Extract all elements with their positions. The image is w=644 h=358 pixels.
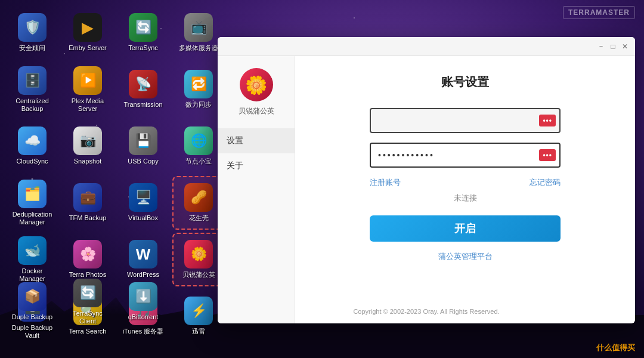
app-icon-plex[interactable]: ▶️ Plex Media Server	[61, 63, 114, 116]
app-icon-centralized[interactable]: 🗄️ Centralized Backup	[6, 63, 58, 116]
weili-label: 微力同步	[185, 101, 212, 109]
emby-label: Emby Server	[69, 44, 107, 52]
sidebar-item-settings[interactable]: 设置	[218, 128, 295, 153]
app-window: － □ ✕ 🌼 贝锐蒲公英 设置 关于 账号设置 •••	[218, 37, 635, 323]
terraphotos-icon: 🌸	[73, 240, 102, 268]
plex-icon: ▶️	[73, 66, 102, 95]
app-icon-cloudsync[interactable]: ☁️ CloudSync	[6, 119, 58, 173]
centralized-icon: 🗄️	[18, 66, 47, 95]
username-input[interactable]	[370, 108, 561, 133]
app-icon-snapshot[interactable]: 📷 Snapshot	[61, 119, 114, 173]
beiruipu-label: 贝锐蒲公英	[182, 271, 215, 279]
window-titlebar: － □ ✕	[218, 37, 635, 56]
duplebackup-label: Duple Backup	[12, 313, 53, 321]
app-icon-jiedianbao[interactable]: 🌐 节点小宝	[172, 119, 225, 173]
huasheng-label: 花生壳	[189, 214, 209, 222]
username-group: •••	[370, 108, 561, 133]
security-icon: 🛡️	[18, 13, 47, 42]
wordpress-icon: W	[129, 240, 157, 268]
usbcopy-label: USB Copy	[128, 158, 158, 165]
form-links: 注册账号 忘记密码	[370, 177, 561, 188]
centralized-label: Centralized Backup	[9, 97, 55, 113]
forgot-link[interactable]: 忘记密码	[530, 177, 561, 188]
username-toggle-button[interactable]: •••	[539, 115, 556, 126]
tfm-label: TFM Backup	[69, 214, 106, 222]
terrasync-icon: 🔄	[129, 13, 157, 42]
usbcopy-icon: 💾	[129, 126, 157, 155]
sidebar-item-about[interactable]: 关于	[218, 153, 295, 178]
tfm-icon: 💼	[73, 183, 102, 212]
window-sidebar: 🌼 贝锐蒲公英 设置 关于	[218, 56, 295, 323]
terrasyncclient-icon: 🔄	[73, 279, 102, 307]
emby-icon: ▶	[73, 13, 102, 42]
sidebar-app-name: 贝锐蒲公英	[239, 106, 274, 116]
app-icon-terrasync[interactable]: 🔄 TerraSync	[117, 6, 169, 60]
plex-label: Plex Media Server	[64, 97, 111, 113]
xunlei-label: 迅雷	[192, 328, 205, 335]
jiedianbao-label: 节点小宝	[185, 158, 212, 165]
terrasyncclient-label: TerraSync Client	[64, 310, 111, 325]
qb-icon: ⬇️	[129, 282, 157, 311]
window-body: 🌼 贝锐蒲公英 设置 关于 账号设置 ••• •••	[218, 56, 635, 323]
section-title: 账号设置	[441, 74, 489, 90]
app-icon-duplebackup[interactable]: 📦 Duple Backup	[6, 276, 58, 328]
app-icon-dedup[interactable]: 🗂️ Deduplication Manager	[6, 176, 58, 230]
terrasearch-label: Terra Search	[69, 328, 107, 335]
password-input[interactable]	[370, 143, 561, 168]
app-icon-tfm[interactable]: 💼 TFM Backup	[61, 176, 114, 230]
app-icon-weili[interactable]: 🔁 微力同步	[172, 63, 225, 116]
app-icon-emby[interactable]: ▶ Emby Server	[61, 6, 114, 60]
register-link[interactable]: 注册账号	[370, 177, 401, 188]
transmission-icon: 📡	[129, 70, 157, 98]
qb-label: qBittorrent	[128, 313, 159, 321]
weili-icon: 🔁	[184, 70, 213, 98]
jiedianbao-icon: 🌐	[184, 126, 213, 155]
password-group: •••	[370, 143, 561, 168]
huasheng-icon: 🥜	[184, 183, 213, 212]
app-icon-terrasyncclient[interactable]: 🔄 TerraSync Client	[61, 276, 114, 328]
app-icon-security[interactable]: 🛡️ 安全顾问	[6, 6, 58, 60]
app-icon-qb[interactable]: ⬇️ qBittorrent	[117, 276, 169, 328]
transmission-label: Transmission	[124, 101, 163, 109]
dedup-icon: 🗂️	[18, 180, 47, 208]
media-label: 多媒体服务器	[179, 44, 218, 52]
maximize-button[interactable]: □	[609, 42, 617, 51]
terrasync-label: TerraSync	[128, 44, 158, 52]
platform-link[interactable]: 蒲公英管理平台	[438, 251, 493, 262]
virtualbox-label: VirtualBox	[128, 214, 158, 222]
app-icon-xunlei[interactable]: ⚡ 迅雷	[172, 289, 225, 343]
sidebar-logo: 🌼	[240, 68, 273, 101]
app-icon-usbcopy[interactable]: 💾 USB Copy	[117, 119, 169, 173]
xunlei-icon: ⚡	[184, 297, 213, 325]
app-icon-media[interactable]: 📺 多媒体服务器	[172, 6, 225, 60]
docker-icon: 🐋	[18, 236, 47, 265]
cloudsync-icon: ☁️	[18, 126, 47, 155]
beiruipu-icon: 🌼	[184, 240, 213, 268]
duplebackup-icon: 📦	[18, 282, 47, 311]
itunes-label: iTunes 服务器	[123, 328, 164, 335]
app-icon-transmission[interactable]: 📡 Transmission	[117, 63, 169, 116]
app-icon-virtualbox[interactable]: 🖥️ VirtualBox	[117, 176, 169, 230]
snapshot-label: Snapshot	[74, 158, 101, 165]
status-text: 未连接	[454, 193, 477, 203]
settings-label: 设置	[227, 135, 243, 146]
security-label: 安全顾问	[19, 44, 45, 52]
start-button[interactable]: 开启	[370, 215, 561, 242]
window-main: 账号设置 ••• ••• 注册账号 忘记密码 未连接 开启 蒲公英管理平台	[295, 56, 635, 323]
app-icon-huasheng[interactable]: 🥜 花生壳	[172, 176, 225, 230]
about-label: 关于	[227, 161, 243, 171]
cloudsync-label: CloudSync	[16, 158, 48, 165]
media-icon: 📺	[184, 13, 213, 42]
close-button[interactable]: ✕	[621, 42, 629, 51]
password-toggle-button[interactable]: •••	[539, 149, 556, 161]
terramaster-badge: TERRAMASTER	[563, 6, 635, 19]
dedup-label: Deduplication Manager	[9, 211, 55, 226]
minimize-button[interactable]: －	[597, 42, 605, 51]
bottom-watermark: 什么值得买	[596, 342, 635, 353]
snapshot-icon: 📷	[73, 126, 102, 155]
app-icon-beiruipu[interactable]: 🌼 贝锐蒲公英	[172, 233, 225, 286]
copyright-text: Copyright © 2002-2023 Oray. All Rights R…	[353, 308, 499, 315]
virtualbox-icon: 🖥️	[129, 183, 157, 212]
